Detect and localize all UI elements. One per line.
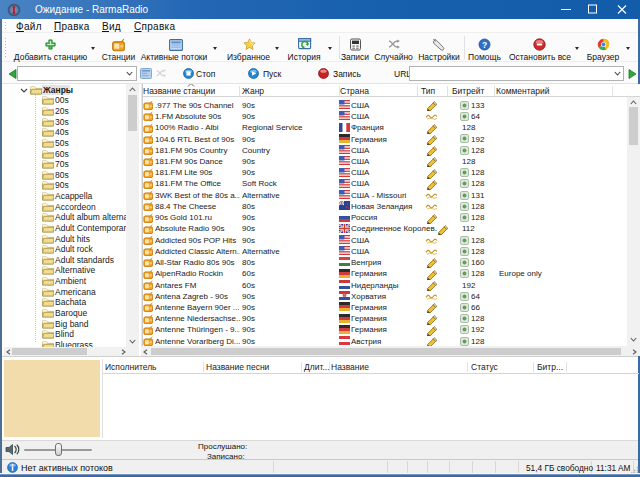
svg-text:?: ? <box>482 40 487 50</box>
